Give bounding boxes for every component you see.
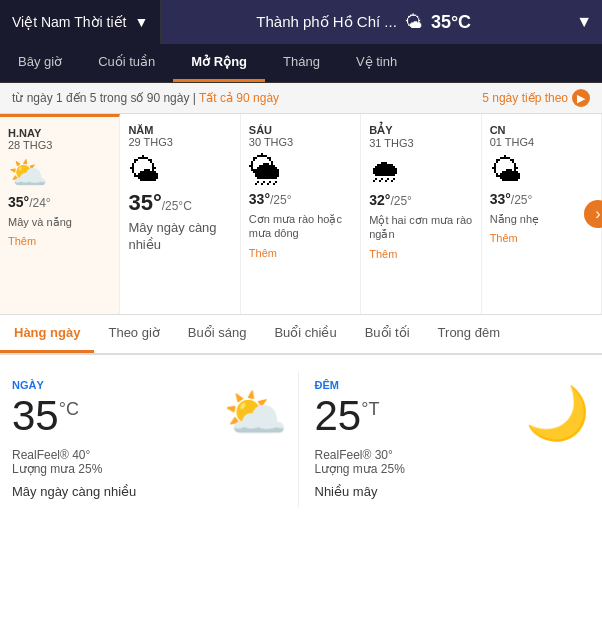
daily-night: ĐÊM 25°T 🌙 RealFeel® 30° Lượng mưa 25% N… — [298, 371, 591, 507]
card-date-0: 28 THG3 — [8, 139, 111, 151]
location-arrow[interactable]: ▼ — [566, 0, 602, 44]
brand-selector[interactable]: Việt Nam Thời tiết ▼ — [0, 0, 161, 44]
weather-icon-1: 🌤 — [128, 154, 231, 186]
all-days-link[interactable]: Tất cả 90 ngày — [199, 91, 279, 105]
header: Việt Nam Thời tiết ▼ Thành phố Hồ Chí ..… — [0, 0, 602, 44]
weather-card-today[interactable]: H.NAY 28 THG3 ⛅ 35°/24° Mây và nắng Thêm — [0, 114, 120, 314]
card-desc-2: Cơn mưa rào hoặc mưa dông — [249, 212, 352, 241]
weather-icon-3: 🌧 — [369, 155, 472, 187]
location-selector[interactable]: Thành phố Hồ Chí ... 🌤 35°C — [161, 0, 566, 44]
subtab-hangngay[interactable]: Hàng ngày — [0, 315, 94, 353]
temp-high-3: 32° — [369, 192, 390, 208]
card-day-3: BẢY — [369, 124, 472, 137]
weather-cards: H.NAY 28 THG3 ⛅ 35°/24° Mây và nắng Thêm… — [0, 114, 602, 315]
temp-low-3: /25° — [390, 194, 411, 208]
card-temps-3: 32°/25° — [369, 191, 472, 209]
temp-low-2: /25° — [270, 193, 291, 207]
night-realfeel: RealFeel® 30° — [315, 448, 591, 462]
day-weather-icon: ⛅ — [223, 383, 288, 444]
temp-low-4: /25° — [511, 193, 532, 207]
weather-icon-4: 🌤 — [490, 154, 593, 186]
card-date-2: 30 THG3 — [249, 136, 352, 148]
temp-low-0: /24° — [29, 196, 50, 210]
tab-cuoituan[interactable]: Cuối tuần — [80, 44, 173, 82]
info-text: từ ngày 1 đến 5 trong số 90 ngày | Tất c… — [12, 91, 279, 105]
night-rain: Lượng mưa 25% — [315, 462, 591, 476]
night-temperature: 25°T — [315, 393, 380, 439]
daily-section: NGÀY 35°C ⛅ RealFeel® 40° Lượng mưa 25% … — [0, 355, 602, 523]
card-more-2[interactable]: Thêm — [249, 247, 352, 259]
card-temps-1: 35°/25°C — [128, 190, 231, 216]
next-arrow-icon: ▶ — [572, 89, 590, 107]
card-temps-4: 33°/25° — [490, 190, 593, 208]
tab-thang[interactable]: Tháng — [265, 44, 338, 82]
card-more-0[interactable]: Thêm — [8, 235, 111, 247]
card-more-4[interactable]: Thêm — [490, 232, 593, 244]
temperature-label: 35°C — [431, 12, 471, 33]
day-temperature: 35°C — [12, 393, 79, 439]
weather-card-thu7[interactable]: BẢY 31 THG3 🌧 32°/25° Một hai cơn mưa rà… — [361, 114, 481, 314]
weather-icon: 🌤 — [405, 12, 423, 33]
card-date-1: 29 THG3 — [128, 136, 231, 148]
card-day-2: SÁU — [249, 124, 352, 136]
card-temps-0: 35°/24° — [8, 193, 111, 211]
subtab-buoisang[interactable]: Buổi sáng — [174, 315, 261, 353]
subtab-buoichieus[interactable]: Buổi chiều — [260, 315, 350, 353]
night-description: Nhiều mây — [315, 484, 591, 499]
card-desc-1: Mây ngày càng nhiều — [128, 220, 231, 254]
weather-card-thu5[interactable]: NĂM 29 THG3 🌤 35°/25°C Mây ngày càng nhi… — [120, 114, 240, 314]
tab-baygios[interactable]: Bây giờ — [0, 44, 80, 82]
card-temps-2: 33°/25° — [249, 190, 352, 208]
temp-high-1: 35° — [128, 190, 161, 215]
weather-icon-2: 🌦 — [249, 154, 352, 186]
temp-high-2: 33° — [249, 191, 270, 207]
card-date-4: 01 THG4 — [490, 136, 593, 148]
daily-day: NGÀY 35°C ⛅ RealFeel® 40° Lượng mưa 25% … — [12, 371, 288, 507]
card-more-3[interactable]: Thêm — [369, 248, 472, 260]
tab-vetinh[interactable]: Vệ tinh — [338, 44, 415, 82]
weather-card-thu6[interactable]: SÁU 30 THG3 🌦 33°/25° Cơn mưa rào hoặc m… — [241, 114, 361, 314]
sub-tabs: Hàng ngày Theo giờ Buổi sáng Buổi chiều … — [0, 315, 602, 355]
temp-high-4: 33° — [490, 191, 511, 207]
info-bar: từ ngày 1 đến 5 trong số 90 ngày | Tất c… — [0, 83, 602, 114]
card-desc-0: Mây và nắng — [8, 215, 111, 229]
day-description: Mây ngày càng nhiều — [12, 484, 288, 499]
temp-low-1: /25°C — [162, 199, 192, 213]
temp-high-0: 35° — [8, 194, 29, 210]
brand-arrow: ▼ — [134, 14, 148, 30]
card-desc-3: Một hai cơn mưa rào ngắn — [369, 213, 472, 242]
nav-tabs: Bây giờ Cuối tuần Mở Rộng Tháng Vệ tinh — [0, 44, 602, 83]
card-date-3: 31 THG3 — [369, 137, 472, 149]
night-weather-icon: 🌙 — [525, 383, 590, 444]
location-label: Thành phố Hồ Chí ... — [256, 13, 397, 31]
tab-morong[interactable]: Mở Rộng — [173, 44, 265, 82]
weather-icon-0: ⛅ — [8, 157, 111, 189]
card-day-1: NĂM — [128, 124, 231, 136]
chevron-down-icon: ▼ — [576, 13, 592, 31]
card-day-0: H.NAY — [8, 127, 111, 139]
next-days-link[interactable]: 5 ngày tiếp theo ▶ — [482, 89, 590, 107]
day-realfeel: RealFeel® 40° — [12, 448, 288, 462]
brand-label: Việt Nam Thời tiết — [12, 14, 126, 30]
subtab-trongdem[interactable]: Trong đêm — [424, 315, 514, 353]
subtab-buoitoi[interactable]: Buổi tối — [351, 315, 424, 353]
day-rain: Lượng mưa 25% — [12, 462, 288, 476]
card-desc-4: Nắng nhẹ — [490, 212, 593, 226]
card-day-4: CN — [490, 124, 593, 136]
subtab-theogio[interactable]: Theo giờ — [94, 315, 173, 353]
